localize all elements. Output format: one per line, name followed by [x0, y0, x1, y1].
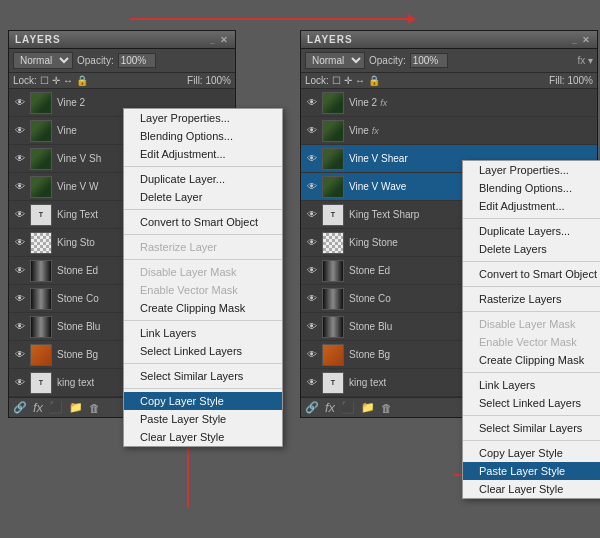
delete-icon[interactable]: 🗑	[89, 402, 100, 414]
menu-item-select-linked[interactable]: Select Linked Layers	[124, 342, 282, 360]
left-panel-minimize[interactable]: _	[210, 35, 216, 45]
menu-item-copy-style[interactable]: Copy Layer Style	[124, 392, 282, 410]
right-lock-icon2[interactable]: ✛	[344, 75, 352, 86]
eye-icon[interactable]: 👁	[13, 208, 27, 222]
mask-icon[interactable]: ⬛	[341, 401, 355, 414]
menu-item-rasterize-r[interactable]: Rasterize Layers	[463, 290, 600, 308]
menu-item-copy-style-r[interactable]: Copy Layer Style	[463, 444, 600, 462]
layer-name: Vine V Sh	[57, 153, 101, 164]
eye-icon[interactable]: 👁	[13, 180, 27, 194]
right-lock-icon3[interactable]: ↔	[355, 75, 365, 86]
menu-item-delete-layer[interactable]: Delete Layer	[124, 188, 282, 206]
menu-item-duplicate-layer[interactable]: Duplicate Layer...	[124, 170, 282, 188]
layer-thumbnail	[30, 120, 52, 142]
menu-item-link-layers[interactable]: Link Layers	[124, 324, 282, 342]
left-blend-mode[interactable]: Normal	[13, 52, 73, 69]
menu-divider	[124, 209, 282, 210]
layer-thumbnail: T	[30, 372, 52, 394]
menu-item-blending-options-r[interactable]: Blending Options...	[463, 179, 600, 197]
layer-thumbnail	[322, 316, 344, 338]
folder-icon[interactable]: 📁	[361, 401, 375, 414]
menu-item-edit-adjustment-r[interactable]: Edit Adjustment...	[463, 197, 600, 215]
menu-item-blending-options[interactable]: Blending Options...	[124, 127, 282, 145]
layer-name: Vine 2	[349, 97, 377, 108]
left-panel-controls[interactable]: _ ✕	[210, 35, 229, 45]
list-item[interactable]: 👁 Vine fx	[301, 117, 597, 145]
layer-name: Stone Bg	[349, 349, 390, 360]
menu-item-paste-style[interactable]: Paste Layer Style	[124, 410, 282, 428]
layer-name: Vine V W	[57, 181, 99, 192]
right-panel-minimize[interactable]: _	[572, 35, 578, 45]
menu-item-disable-mask: Disable Layer Mask	[124, 263, 282, 281]
eye-icon[interactable]: 👁	[305, 348, 319, 362]
right-lock-icon1[interactable]: ☐	[332, 75, 341, 86]
menu-item-duplicate-layers-r[interactable]: Duplicate Layers...	[463, 222, 600, 240]
link-icon[interactable]: 🔗	[305, 401, 319, 414]
menu-item-layer-properties[interactable]: Layer Properties...	[124, 109, 282, 127]
right-panel-close[interactable]: ✕	[582, 35, 591, 45]
left-lock-icon1[interactable]: ☐	[40, 75, 49, 86]
menu-item-select-linked-r[interactable]: Select Linked Layers	[463, 394, 600, 412]
menu-divider	[124, 166, 282, 167]
mask-icon[interactable]: ⬛	[49, 401, 63, 414]
left-lock-toolbar: Lock: ☐ ✛ ↔ 🔒 Fill: 100%	[9, 73, 235, 89]
menu-item-clipping-mask-r[interactable]: Create Clipping Mask	[463, 351, 600, 369]
menu-item-delete-layers-r[interactable]: Delete Layers	[463, 240, 600, 258]
eye-icon[interactable]: 👁	[305, 292, 319, 306]
eye-icon[interactable]: 👁	[305, 320, 319, 334]
menu-item-clipping-mask[interactable]: Create Clipping Mask	[124, 299, 282, 317]
menu-divider	[463, 218, 600, 219]
left-opacity-input[interactable]	[118, 53, 156, 68]
eye-icon[interactable]: 👁	[305, 236, 319, 250]
menu-item-rasterize: Rasterize Layer	[124, 238, 282, 256]
eye-icon[interactable]: 👁	[13, 124, 27, 138]
layer-thumbnail	[322, 344, 344, 366]
menu-item-convert-smart-object[interactable]: Convert to Smart Object	[124, 213, 282, 231]
left-lock-icon4[interactable]: 🔒	[76, 75, 88, 86]
delete-icon[interactable]: 🗑	[381, 402, 392, 414]
eye-icon[interactable]: 👁	[305, 180, 319, 194]
menu-item-convert-smart-r[interactable]: Convert to Smart Object	[463, 265, 600, 283]
eye-icon[interactable]: 👁	[13, 376, 27, 390]
menu-item-select-similar[interactable]: Select Similar Layers	[124, 367, 282, 385]
right-blend-mode[interactable]: Normal	[305, 52, 365, 69]
eye-icon[interactable]: 👁	[13, 292, 27, 306]
eye-icon[interactable]: 👁	[305, 152, 319, 166]
right-panel-controls[interactable]: _ ✕	[572, 35, 591, 45]
eye-icon[interactable]: 👁	[13, 320, 27, 334]
layer-thumbnail	[322, 288, 344, 310]
menu-item-clear-style-r[interactable]: Clear Layer Style	[463, 480, 600, 498]
list-item[interactable]: 👁 Vine 2 fx	[301, 89, 597, 117]
left-panel-close[interactable]: ✕	[220, 35, 229, 45]
left-lock-icon3[interactable]: ↔	[63, 75, 73, 86]
menu-item-select-similar-r[interactable]: Select Similar Layers	[463, 419, 600, 437]
left-panel-title: LAYERS	[15, 34, 61, 45]
fx-icon[interactable]: fx	[325, 400, 335, 415]
layer-name: king text	[349, 377, 386, 388]
right-opacity-input[interactable]	[410, 53, 448, 68]
right-fx-button[interactable]: fx ▾	[577, 55, 593, 66]
menu-divider	[463, 286, 600, 287]
folder-icon[interactable]: 📁	[69, 401, 83, 414]
eye-icon[interactable]: 👁	[13, 348, 27, 362]
eye-icon[interactable]: 👁	[305, 208, 319, 222]
menu-divider	[463, 415, 600, 416]
menu-item-paste-style-r[interactable]: Paste Layer Style	[463, 462, 600, 480]
menu-item-layer-properties-r[interactable]: Layer Properties...	[463, 161, 600, 179]
eye-icon[interactable]: 👁	[305, 96, 319, 110]
eye-icon[interactable]: 👁	[13, 152, 27, 166]
eye-icon[interactable]: 👁	[13, 96, 27, 110]
menu-item-clear-style[interactable]: Clear Layer Style	[124, 428, 282, 446]
eye-icon[interactable]: 👁	[305, 264, 319, 278]
left-lock-icon2[interactable]: ✛	[52, 75, 60, 86]
eye-icon[interactable]: 👁	[305, 376, 319, 390]
fx-icon[interactable]: fx	[33, 400, 43, 415]
left-lock-label: Lock:	[13, 75, 37, 86]
right-lock-icon4[interactable]: 🔒	[368, 75, 380, 86]
eye-icon[interactable]: 👁	[13, 236, 27, 250]
eye-icon[interactable]: 👁	[305, 124, 319, 138]
menu-item-edit-adjustment[interactable]: Edit Adjustment...	[124, 145, 282, 163]
menu-item-link-layers-r[interactable]: Link Layers	[463, 376, 600, 394]
eye-icon[interactable]: 👁	[13, 264, 27, 278]
link-icon[interactable]: 🔗	[13, 401, 27, 414]
